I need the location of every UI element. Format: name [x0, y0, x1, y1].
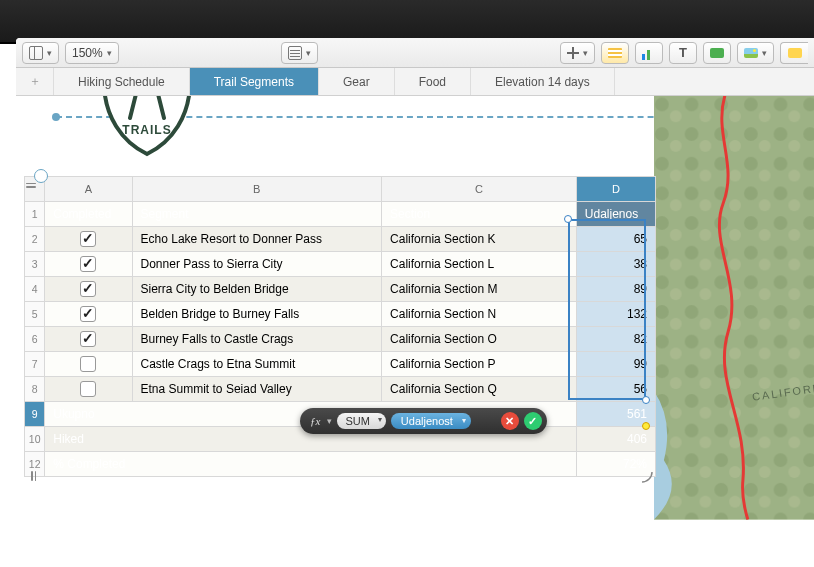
cell-completed[interactable] — [45, 327, 132, 352]
fx-icon: ƒx — [310, 415, 322, 427]
header-completed: Completed — [45, 202, 132, 227]
zoom-value: 150% — [72, 46, 103, 60]
view-mode-button[interactable]: ▾ — [22, 42, 59, 64]
media-button[interactable]: ▾ — [737, 42, 774, 64]
row-num[interactable]: 8 — [25, 377, 45, 402]
table-row: 5Belden Bridge to Burney FallsCalifornia… — [25, 302, 656, 327]
row-num[interactable]: 1 — [25, 202, 45, 227]
table-row: 4Sierra City to Belden BridgeCalifornia … — [25, 277, 656, 302]
function-chip[interactable]: SUM — [337, 413, 385, 429]
text-button[interactable]: T — [669, 42, 697, 64]
map-california: CALIFORNIA — [654, 96, 814, 522]
list-style-button[interactable]: ▾ — [281, 42, 318, 64]
formula-cancel-button[interactable]: ✕ — [501, 412, 519, 430]
cell-section[interactable]: California Section N — [382, 302, 577, 327]
row-num[interactable]: 5 — [25, 302, 45, 327]
col-header-a[interactable]: A — [45, 177, 132, 202]
summary-value[interactable]: 561 — [576, 402, 655, 427]
cell-distance[interactable]: 89 — [576, 277, 655, 302]
header-segment: Segment — [132, 202, 382, 227]
cell-segment[interactable]: Belden Bridge to Burney Falls — [132, 302, 382, 327]
trails-logo: TRAILS — [92, 96, 202, 160]
checkbox[interactable] — [80, 306, 96, 322]
table-row: 2Echo Lake Resort to Donner PassCaliforn… — [25, 227, 656, 252]
checkbox[interactable] — [80, 256, 96, 272]
cell-section[interactable]: California Section M — [382, 277, 577, 302]
cell-distance[interactable]: 56 — [576, 377, 655, 402]
ruler-origin-dot[interactable] — [52, 113, 60, 121]
table-button[interactable] — [601, 42, 629, 64]
cell-segment[interactable]: Sierra City to Belden Bridge — [132, 277, 382, 302]
cell-section[interactable]: California Section L — [382, 252, 577, 277]
chart-button[interactable] — [635, 42, 663, 64]
cell-segment[interactable]: Echo Lake Resort to Donner Pass — [132, 227, 382, 252]
sheet-tabs: ＋ Hiking Schedule Trail Segments Gear Fo… — [16, 68, 814, 96]
row-num[interactable]: 2 — [25, 227, 45, 252]
row-add-handle[interactable] — [27, 469, 41, 483]
cell-segment[interactable]: Etna Summit to Seiad Valley — [132, 377, 382, 402]
svg-text:TRAILS: TRAILS — [122, 123, 171, 137]
header-row: 1 Completed Segment Section Udaljenos — [25, 202, 656, 227]
checkbox[interactable] — [80, 356, 96, 372]
spreadsheet: A B C D 1 Completed Segment Section Udal… — [24, 176, 656, 477]
row-num[interactable]: 4 — [25, 277, 45, 302]
canvas: TRAILS CALIFORNIA — [16, 96, 814, 567]
comment-button[interactable] — [780, 42, 808, 64]
table-row: 6Burney Falls to Castle CragsCalifornia … — [25, 327, 656, 352]
col-header-c[interactable]: C — [382, 177, 577, 202]
cell-segment[interactable]: Burney Falls to Castle Crags — [132, 327, 382, 352]
cell-completed[interactable] — [45, 252, 132, 277]
formula-editor[interactable]: ƒx▾ SUM Udaljenost ✕ ✓ — [300, 408, 547, 434]
zoom-button[interactable]: 150%▾ — [65, 42, 119, 64]
formula-accept-button[interactable]: ✓ — [524, 412, 542, 430]
table-row: 7Castle Crags to Etna SummitCalifornia S… — [25, 352, 656, 377]
checkbox[interactable] — [80, 231, 96, 247]
sheet-tab-elevation[interactable]: Elevation 14 days — [471, 68, 615, 95]
summary-row: 12% Completed72% — [25, 452, 656, 477]
row-num[interactable]: 7 — [25, 352, 45, 377]
summary-label[interactable]: % Completed — [45, 452, 577, 477]
row-num[interactable]: 6 — [25, 327, 45, 352]
cell-segment[interactable]: Donner Pass to Sierra City — [132, 252, 382, 277]
col-header-b[interactable]: B — [132, 177, 382, 202]
header-distance: Udaljenos — [576, 202, 655, 227]
column-header-row: A B C D — [25, 177, 656, 202]
cell-completed[interactable] — [45, 227, 132, 252]
cell-distance[interactable]: 132 — [576, 302, 655, 327]
table-resize-handle[interactable] — [640, 470, 654, 484]
cell-distance[interactable]: 82 — [576, 327, 655, 352]
cell-distance[interactable]: 38 — [576, 252, 655, 277]
cell-section[interactable]: California Section K — [382, 227, 577, 252]
cell-segment[interactable]: Castle Crags to Etna Summit — [132, 352, 382, 377]
cell-section[interactable]: California Section P — [382, 352, 577, 377]
col-header-d[interactable]: D — [576, 177, 655, 202]
cell-distance[interactable]: 99 — [576, 352, 655, 377]
header-section: Section — [382, 202, 577, 227]
checkbox[interactable] — [80, 331, 96, 347]
sheet-tab-trail-segments[interactable]: Trail Segments — [190, 68, 319, 95]
shape-button[interactable] — [703, 42, 731, 64]
sheet-tab-hiking-schedule[interactable]: Hiking Schedule — [54, 68, 190, 95]
cell-completed[interactable] — [45, 302, 132, 327]
sheet-tab-food[interactable]: Food — [395, 68, 471, 95]
cell-distance[interactable]: 65 — [576, 227, 655, 252]
cell-section[interactable]: California Section Q — [382, 377, 577, 402]
col-add-handle[interactable] — [24, 178, 38, 192]
sheet-tab-gear[interactable]: Gear — [319, 68, 395, 95]
table-row: 3Donner Pass to Sierra CityCalifornia Se… — [25, 252, 656, 277]
svg-rect-4 — [654, 96, 814, 519]
cell-completed[interactable] — [45, 377, 132, 402]
row-num[interactable]: 3 — [25, 252, 45, 277]
insert-button[interactable]: ▾ — [560, 42, 595, 64]
cell-section[interactable]: California Section O — [382, 327, 577, 352]
argument-chip[interactable]: Udaljenost — [391, 413, 471, 429]
summary-value[interactable]: 406 — [576, 427, 655, 452]
checkbox[interactable] — [80, 281, 96, 297]
row-num[interactable]: 10 — [25, 427, 45, 452]
add-sheet-button[interactable]: ＋ — [16, 68, 54, 95]
toolbar: ▾ 150%▾ ▾ ▾ T ▾ — [16, 38, 814, 68]
cell-completed[interactable] — [45, 277, 132, 302]
cell-completed[interactable] — [45, 352, 132, 377]
checkbox[interactable] — [80, 381, 96, 397]
row-num[interactable]: 9 — [25, 402, 45, 427]
